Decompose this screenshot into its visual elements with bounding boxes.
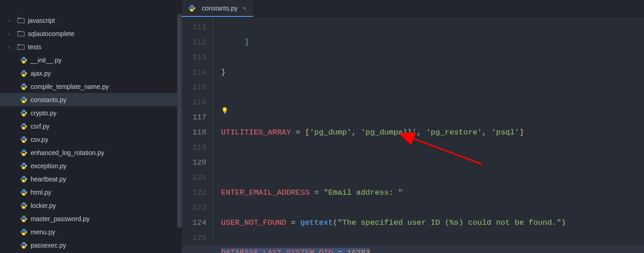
file-item[interactable]: master_password.py [0,212,182,225]
file-label: menu.py [31,228,55,236]
code-content[interactable]: ] } UTILITIES_ARRAY = ['pg_dump', 'pg_du… [221,17,644,253]
folder-item[interactable]: › sqlautocomplete [0,27,182,40]
file-explorer-sidebar: › javascript › sqlautocomplete › tests _… [0,0,182,253]
file-label: __init__.py [31,57,62,64]
line-number-gutter: 111 112 113 114 115 116 117 118 119 120 … [182,17,213,253]
close-icon[interactable]: × [243,5,247,12]
file-item[interactable]: locker.py [0,199,182,212]
python-file-icon [20,202,27,209]
file-label: enhanced_log_rotation.py [31,149,104,156]
folder-label: javascript [28,17,55,24]
file-item[interactable]: compile_template_name.py [0,80,182,93]
file-label: master_password.py [31,215,90,222]
file-label: csv.py [31,136,48,143]
python-file-icon [20,83,27,90]
chevron-right-icon: › [8,31,16,36]
svg-rect-1 [18,31,25,36]
python-file-icon [20,109,27,117]
file-label: passexec.py [31,242,66,249]
python-file-icon [20,96,27,103]
tab-bar: constants.py × [182,0,644,17]
folder-label: tests [28,43,42,51]
file-item[interactable]: ajax.py [0,67,182,80]
svg-rect-2 [18,45,25,49]
file-label: heartbeat.py [31,176,66,183]
python-file-icon [20,176,27,183]
file-item[interactable]: enhanced_log_rotation.py [0,146,182,159]
python-file-icon [20,57,27,64]
python-file-icon [20,162,27,170]
python-file-icon [20,136,27,143]
lightbulb-icon[interactable]: 💡 [221,103,228,119]
file-label: ajax.py [31,70,51,77]
folder-label: sqlautocomplete [28,30,74,37]
folder-item[interactable]: › javascript [0,14,182,27]
chevron-right-icon: › [8,18,16,23]
file-item[interactable]: passexec.py [0,238,182,252]
folder-icon [17,44,25,50]
file-item[interactable]: crypto.py [0,106,182,119]
file-item[interactable]: heartbeat.py [0,172,182,186]
folder-item[interactable]: › tests [0,40,182,53]
file-item[interactable]: menu.py [0,225,182,238]
tab-constants[interactable]: constants.py × [182,0,253,17]
file-item[interactable]: constants.py [0,93,182,106]
python-file-icon [20,123,27,130]
python-file-icon [20,215,27,222]
file-label: locker.py [31,202,56,209]
file-label: html.py [31,189,51,196]
file-item[interactable]: csv.py [0,133,182,146]
python-file-icon [20,189,27,196]
chevron-right-icon: › [8,44,16,50]
sidebar-scrollbar[interactable] [177,14,182,228]
file-label: crypto.py [31,109,57,117]
file-label: constants.py [31,96,67,103]
folder-icon [17,31,25,36]
code-editor[interactable]: 111 112 113 114 115 116 117 118 119 120 … [182,17,644,253]
file-label: exception.py [31,162,67,170]
python-file-icon [188,5,195,12]
svg-rect-0 [18,18,25,23]
editor-area: constants.py × 111 112 113 114 115 116 1… [182,0,644,253]
file-tree: › javascript › sqlautocomplete › tests _… [0,14,182,252]
python-file-icon [20,70,27,77]
python-file-icon [20,149,27,156]
file-label: compile_template_name.py [31,83,109,90]
folder-icon [17,18,25,23]
file-item[interactable]: csrf.py [0,119,182,133]
file-item[interactable]: html.py [0,186,182,199]
file-item[interactable]: exception.py [0,159,182,172]
tab-label: constants.py [202,5,238,12]
python-file-icon [20,242,27,249]
file-item[interactable]: __init__.py [0,53,182,67]
file-label: csrf.py [31,123,49,130]
python-file-icon [20,228,27,236]
